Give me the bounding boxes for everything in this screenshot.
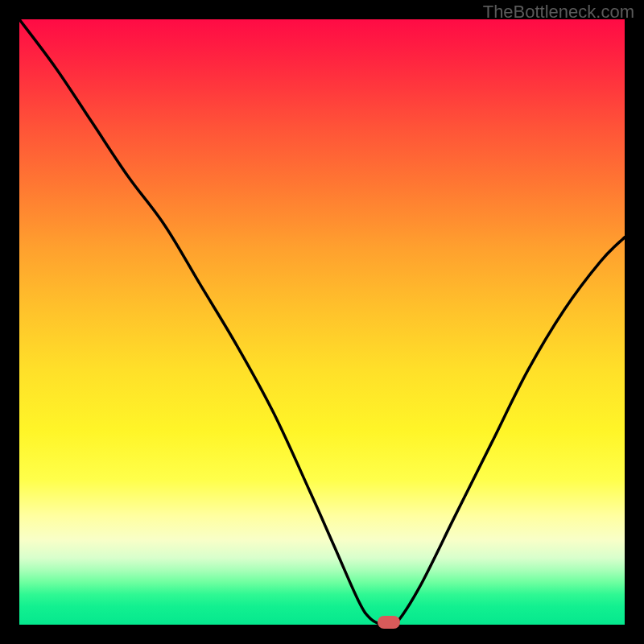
bottleneck-curve-path [19, 19, 625, 625]
bottleneck-curve-svg [19, 19, 625, 625]
bottleneck-chart [19, 19, 625, 625]
optimal-marker [378, 616, 400, 629]
watermark-text: TheBottleneck.com [483, 2, 634, 23]
